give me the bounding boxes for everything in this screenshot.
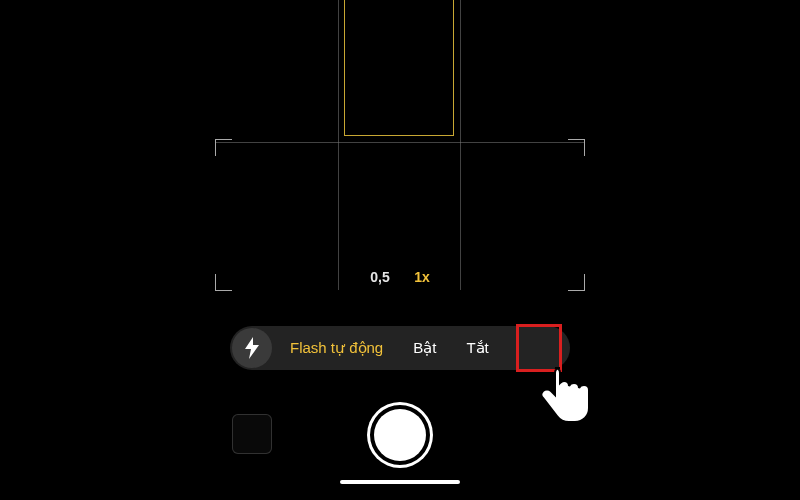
flash-option-auto[interactable]: Flash tự động: [282, 339, 391, 357]
camera-controls: Flash tự động Bật Tắt: [216, 310, 584, 490]
flash-icon: [243, 337, 261, 359]
shutter-button[interactable]: [367, 402, 433, 468]
frame-corner-icon: [215, 139, 232, 156]
camera-viewfinder[interactable]: 0,5 1x: [216, 0, 584, 310]
zoom-option-1x[interactable]: 1x: [414, 269, 430, 285]
focus-tick: [392, 135, 406, 136]
zoom-selector: 0,5 1x: [216, 268, 584, 286]
flash-mode-bar: Flash tự động Bật Tắt: [230, 326, 570, 370]
camera-screen: 0,5 1x Flash tự động Bật Tắt: [0, 0, 800, 500]
focus-tick: [453, 57, 454, 71]
flash-option-on[interactable]: Bật: [405, 339, 444, 357]
flash-icon-button[interactable]: [232, 328, 272, 368]
frame-corner-icon: [568, 139, 585, 156]
last-photo-thumbnail[interactable]: [232, 414, 272, 454]
focus-box: [344, 0, 454, 136]
focus-tick: [344, 57, 345, 71]
flash-option-off[interactable]: Tắt: [458, 339, 496, 357]
zoom-option-0-5x[interactable]: 0,5: [370, 269, 389, 285]
home-indicator: [340, 480, 460, 484]
shutter-button-inner: [374, 409, 426, 461]
